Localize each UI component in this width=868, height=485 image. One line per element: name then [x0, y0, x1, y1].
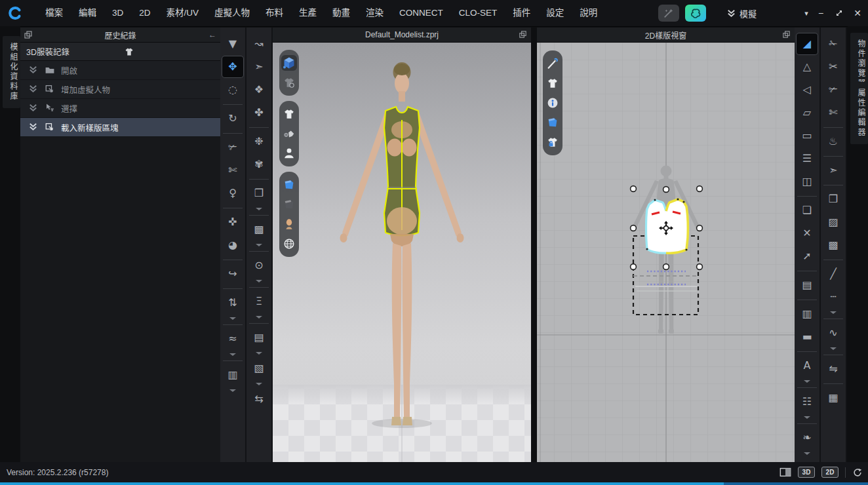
tool2d-quilting[interactable]: ▦ — [823, 387, 844, 408]
tool2d-curve-sewing[interactable]: ✃ — [823, 79, 844, 100]
view-cube-icon[interactable] — [281, 55, 297, 71]
menu-item[interactable]: CONNECT — [391, 0, 451, 26]
show-pattern-3d-icon[interactable] — [281, 177, 297, 193]
tool3d-simulate[interactable]: ▼ — [222, 33, 243, 54]
view-2d-button[interactable]: 2D — [821, 467, 838, 478]
sync-view-icon[interactable] — [852, 467, 863, 478]
menu-item[interactable]: 插件 — [505, 0, 538, 26]
menu-item[interactable]: 說明 — [572, 0, 605, 26]
tool2d-internal-line[interactable]: ╱ — [823, 263, 844, 284]
tool2d-fold-pleats[interactable]: ❧ — [797, 427, 818, 448]
sewing-needle-icon[interactable] — [545, 56, 561, 71]
tool3d-select-move[interactable]: ✥ — [222, 56, 243, 77]
show-pattern-mesh-icon[interactable] — [281, 197, 297, 212]
tool2d-transform-pattern[interactable]: ◢ — [797, 33, 818, 54]
tool2d-clone-pattern[interactable]: ❏ — [797, 200, 818, 221]
tool2d-drape-fabric-2d[interactable]: ❒ — [823, 189, 844, 210]
close-button[interactable]: ✕ — [850, 0, 865, 26]
menu-item[interactable]: CLO-SET — [451, 0, 505, 26]
tool2d-create-rectangle[interactable]: ▭ — [797, 125, 818, 146]
magic-wand-button[interactable] — [658, 5, 679, 22]
history-item-open[interactable]: 開啟 — [20, 61, 220, 80]
tool3d-fabric-strip[interactable]: ▤ — [248, 327, 269, 348]
tool2d-texture-edit[interactable]: ▨ — [823, 212, 844, 233]
menu-item[interactable]: 生產 — [291, 0, 325, 26]
titlebar-caret[interactable]: ▾ — [800, 9, 813, 18]
tool3d-select-brush[interactable]: ◌ — [222, 79, 243, 100]
maximize-button[interactable] — [831, 0, 847, 26]
3d-canvas[interactable] — [273, 43, 531, 463]
undock-icon[interactable] — [24, 30, 33, 39]
garment-record-icon[interactable] — [124, 47, 216, 57]
view-3d-button[interactable]: 3D — [798, 467, 815, 478]
menu-item[interactable]: 3D — [104, 0, 131, 26]
tool2d-shirring[interactable]: ∿ — [823, 322, 844, 343]
tool2d-steam-iron[interactable]: ♨ — [823, 131, 844, 152]
menu-item[interactable]: 檔案 — [37, 0, 71, 26]
tool2d-texture[interactable]: ▩ — [823, 235, 844, 256]
show-pattern-2d-icon[interactable] — [545, 115, 561, 130]
tool2d-lacing[interactable]: ☰ — [797, 148, 818, 169]
tool3d-wrap-garment[interactable]: ❉ — [248, 131, 269, 152]
tool3d-select-garment[interactable]: ➣ — [248, 56, 269, 77]
tool3d-sew-segment[interactable]: ✃ — [222, 137, 243, 158]
pattern-info-icon[interactable] — [545, 95, 561, 111]
tool3d-drape-fabric[interactable]: ❒ — [248, 183, 269, 204]
show-environment-icon[interactable] — [281, 236, 297, 252]
expand-chevron-icon[interactable] — [28, 84, 39, 94]
menu-item[interactable]: 設定 — [538, 0, 572, 26]
tool2d-ruler[interactable]: ▬ — [797, 326, 818, 347]
show-avatar-head-icon[interactable] — [281, 216, 297, 232]
minimize-button[interactable]: − — [813, 0, 829, 26]
tool2d-create-polygon[interactable]: ▱ — [797, 102, 818, 123]
history-item-load-new-pattern-block[interactable]: 載入新樣版區塊 — [20, 118, 220, 137]
tool3d-binding[interactable]: ▧ — [248, 358, 269, 379]
tool2d-trace-pattern[interactable]: ◫ — [797, 171, 818, 192]
expand-chevron-icon[interactable] — [28, 65, 39, 75]
lock-pattern-icon[interactable] — [545, 134, 561, 150]
tool3d-avatar-motion[interactable]: ↝ — [248, 33, 269, 54]
show-garment-icon[interactable] — [281, 106, 297, 122]
split-view-icon[interactable] — [779, 467, 791, 477]
tool3d-zipper-tool[interactable]: Ξ — [248, 291, 269, 312]
tool3d-tack-on-avatar[interactable]: ◕ — [222, 235, 243, 256]
tool2d-symmetry-pattern[interactable]: ⇋ — [823, 359, 844, 379]
tab-modular-library[interactable]: 模組化資料庫 — [3, 36, 20, 108]
tool2d-segment-sewing[interactable]: ✁ — [823, 33, 844, 54]
tool2d-pleats[interactable]: ☷ — [797, 391, 818, 412]
tool3d-fitting-suit[interactable]: ♀ — [222, 183, 243, 204]
tool2d-extract-pattern[interactable]: ➚ — [797, 246, 818, 267]
tool2d-seam-allowance[interactable]: ▥ — [797, 303, 818, 324]
2d-canvas[interactable] — [537, 43, 795, 463]
tab-property-editor[interactable]: 屬性編輯器 — [850, 82, 868, 144]
tool3d-pin[interactable]: ✜ — [222, 212, 243, 233]
tool3d-button-tool[interactable]: ⊙ — [248, 255, 269, 276]
menu-item[interactable]: 2D — [131, 0, 158, 26]
tool3d-flatten-garment[interactable]: ✾ — [248, 154, 269, 175]
history-item-add-avatar[interactable]: 增加虛擬人物 — [20, 80, 220, 99]
simulate-button[interactable] — [685, 5, 706, 22]
menu-item[interactable]: 素材/UV — [159, 0, 207, 26]
tool2d-edit-curvature[interactable]: ◁ — [797, 79, 818, 100]
collapse-panel-icon[interactable]: ← — [208, 30, 217, 39]
show-seams-icon[interactable] — [281, 126, 297, 142]
expand-chevron-icon[interactable] — [28, 122, 39, 132]
expand-chevron-icon[interactable] — [28, 103, 39, 113]
undock-2d-icon[interactable] — [782, 30, 791, 39]
tool3d-tape-measure[interactable]: ≈ — [222, 328, 243, 349]
menu-item[interactable]: 虛擬人物 — [207, 0, 258, 26]
tool3d-fold-arrangement[interactable]: ↪ — [222, 263, 243, 284]
tool3d-arrange-garment[interactable]: ↻ — [222, 108, 243, 129]
undock-3d-icon[interactable] — [519, 30, 528, 39]
tool2d-select-garment-2d[interactable]: ➣ — [823, 160, 844, 181]
garment-settings-icon[interactable] — [281, 75, 297, 90]
tool2d-fabric-roll[interactable]: ▤ — [797, 275, 818, 296]
tool2d-basting[interactable]: ┄ — [823, 286, 844, 307]
menu-item[interactable]: 動畫 — [325, 0, 358, 26]
show-avatar-icon[interactable] — [281, 146, 297, 161]
menu-item[interactable]: 布料 — [258, 0, 291, 26]
tool3d-style-garment[interactable]: ❖ — [248, 79, 269, 100]
tool2d-text-tool[interactable]: A — [797, 355, 818, 376]
history-item-select[interactable]: 選擇 — [20, 99, 220, 118]
tool2d-inspect-sewing[interactable]: ✄ — [823, 102, 844, 123]
